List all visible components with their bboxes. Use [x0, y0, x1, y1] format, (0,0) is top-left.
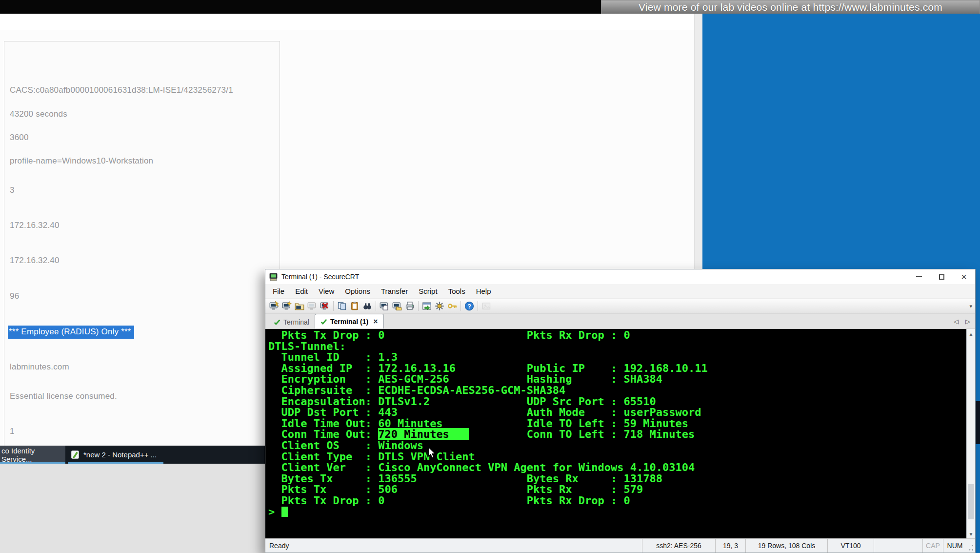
save-image-icon	[480, 300, 493, 312]
connect-in-tab-icon	[295, 301, 304, 311]
maximize-icon	[939, 274, 944, 280]
terminal-line: Encapsulation: DTLSv1.2 UDP Src Port : 6…	[265, 396, 966, 408]
menu-file[interactable]: File	[267, 285, 290, 297]
status-terminal-size: 19 Rows, 108 Cols	[745, 539, 827, 553]
attribute-value: 172.16.32.40	[10, 221, 60, 230]
terminal-line: Client Type : DTLS VPN Client	[265, 451, 966, 463]
tab-close-icon[interactable]: ×	[373, 317, 378, 326]
menu-help[interactable]: Help	[471, 285, 497, 297]
terminal-line: Bytes Tx : 136555 Bytes Rx : 131788	[265, 473, 966, 485]
toolbar-overflow-icon[interactable]: ▾	[969, 303, 972, 309]
status-ready: Ready	[265, 542, 642, 550]
top-black-bar	[0, 0, 601, 14]
window-title: Terminal (1) - SecureCRT	[281, 273, 359, 281]
terminal-line: Tunnel ID : 1.3	[265, 352, 966, 363]
status-spacer	[874, 539, 922, 553]
terminal-cursor	[281, 507, 288, 517]
reconnect-icon	[307, 301, 317, 311]
toolbar-separator	[418, 301, 419, 311]
reconnect-icon[interactable]	[306, 300, 319, 312]
log-session-icon	[380, 301, 389, 311]
menu-options[interactable]: Options	[340, 285, 376, 297]
screen: ? View more of our lab videos online at …	[0, 0, 980, 553]
terminal-line: DTLS-Tunnel:	[265, 341, 966, 352]
find-icon	[362, 301, 372, 311]
maximize-button[interactable]	[930, 269, 953, 284]
tab-terminal-1-[interactable]: Terminal (1)×	[315, 314, 384, 328]
status-emulation: VT100	[827, 539, 874, 553]
lab-video-banner: View more of our lab videos online at ht…	[601, 0, 980, 15]
close-icon: ×	[961, 271, 967, 283]
taskbar-item-ise[interactable]: co Identity Service...	[0, 446, 65, 464]
menu-edit[interactable]: Edit	[290, 285, 313, 297]
status-encryption: ssh2: AES-256	[642, 539, 715, 553]
menu-transfer[interactable]: Transfer	[376, 285, 413, 297]
copy-icon	[337, 301, 347, 311]
menu-script[interactable]: Script	[413, 285, 442, 297]
scroll-down-icon[interactable]: ▼	[967, 530, 975, 538]
session-options-icon[interactable]	[433, 300, 446, 312]
terminal-line: Client OS : Windows	[265, 440, 966, 451]
copy-icon[interactable]	[336, 300, 348, 312]
quick-connect-icon[interactable]	[268, 300, 280, 312]
file-transfer-icon[interactable]	[420, 300, 433, 312]
notepad-plus-plus-icon	[71, 450, 80, 459]
taskbar-item-notepad[interactable]: *new 2 - Notepad++ ...	[68, 446, 163, 464]
taskbar-item-notepad-label: *new 2 - Notepad++ ...	[83, 451, 157, 459]
attribute-value: 43200 seconds	[10, 109, 67, 119]
menu-tools[interactable]: Tools	[443, 285, 471, 297]
log-session-icon[interactable]	[378, 300, 391, 312]
toolbar-separator	[478, 301, 478, 311]
attribute-value: 3	[10, 185, 15, 195]
find-icon[interactable]	[361, 300, 374, 312]
file-transfer-icon	[422, 301, 432, 311]
paste-icon[interactable]	[348, 300, 361, 312]
paste-icon	[350, 301, 360, 311]
disconnect-icon[interactable]	[319, 300, 331, 312]
terminal-line: Encryption : AES-GCM-256 Hashing : SHA38…	[265, 374, 966, 385]
print-icon[interactable]	[403, 300, 416, 312]
help-icon[interactable]	[463, 300, 476, 312]
terminal-line: Pkts Tx : 506 Pkts Rx : 579	[265, 484, 966, 495]
connect-icon[interactable]	[280, 300, 293, 312]
scroll-up-icon[interactable]: ▲	[967, 330, 975, 338]
browser-top-strip	[0, 14, 694, 30]
attribute-value: 172.16.32.40	[10, 256, 60, 266]
raw-log-session-icon[interactable]	[391, 300, 403, 312]
terminal-line: Ciphersuite : ECDHE-ECDSA-AES256-GCM-SHA…	[265, 385, 966, 396]
connect-icon	[282, 301, 292, 311]
toolbar-separator	[460, 301, 461, 311]
minimize-button[interactable]	[908, 269, 930, 284]
tab-terminal[interactable]: Terminal	[268, 316, 315, 328]
toolbar-separator	[376, 301, 376, 311]
mouse-cursor	[427, 447, 436, 459]
terminal-scrollbar[interactable]: ▲ ▼	[966, 329, 975, 539]
quick-connect-icon	[269, 301, 279, 311]
terminal-output[interactable]: Pkts Tx Drop : 0 Pkts Rx Drop : 0DTLS-Tu…	[265, 329, 966, 539]
tab-bar: TerminalTerminal (1)×◁▷	[265, 314, 975, 329]
terminal-line: Idle Time Out: 60 Minutes Idle TO Left :…	[265, 418, 966, 430]
resize-grip[interactable]	[966, 539, 975, 553]
tab-scroll-right-icon[interactable]: ▷	[965, 318, 970, 325]
attribute-value-selected: *** Employee (RADIUS) Only ***	[8, 326, 134, 339]
menu-bar: FileEditViewOptionsTransferScriptToolsHe…	[265, 284, 975, 298]
tab-scroll-left-icon[interactable]: ◁	[954, 318, 959, 325]
menu-view[interactable]: View	[313, 285, 340, 297]
terminal-line: UDP Dst Port : 443 Auth Mode : userPassw…	[265, 407, 966, 418]
terminal-line: Assigned IP : 172.16.13.16 Public IP : 1…	[265, 363, 966, 374]
terminal-line: >	[265, 507, 966, 518]
titlebar[interactable]: Terminal (1) - SecureCRT ×	[265, 269, 975, 284]
help-icon	[464, 301, 474, 311]
agent-key-icon[interactable]	[446, 300, 459, 312]
agent-key-icon	[447, 301, 457, 311]
print-icon	[405, 301, 415, 311]
tab-scroll-arrows: ◁▷	[954, 318, 970, 325]
scrollbar-thumb[interactable]	[968, 484, 974, 519]
connect-in-tab-icon[interactable]	[293, 300, 306, 312]
attribute-value: CACS:c0a80afb0000100061631d38:LM-ISE1/42…	[10, 85, 233, 95]
close-button[interactable]: ×	[953, 269, 975, 284]
session-options-icon	[435, 301, 444, 311]
attribute-value: 1	[10, 427, 15, 436]
tab-label: Terminal	[283, 318, 309, 326]
status-num-lock: NUM	[943, 539, 966, 553]
